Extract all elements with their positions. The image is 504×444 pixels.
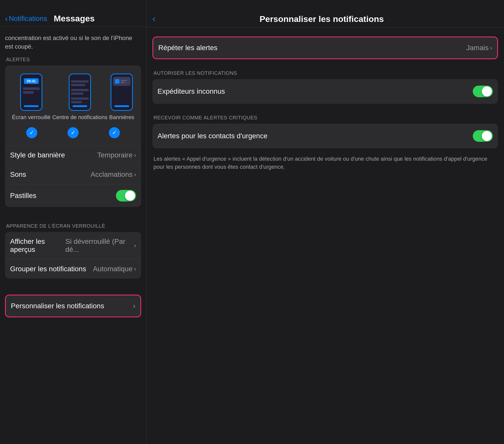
notif-bar bbox=[71, 97, 89, 100]
row-sons[interactable]: Sons Acclamations › bbox=[5, 165, 141, 184]
banner-text-line bbox=[121, 80, 127, 81]
chevron-right-icon: › bbox=[134, 242, 136, 249]
row-value-grouper: Automatique › bbox=[93, 265, 136, 273]
gap bbox=[5, 287, 141, 295]
chevron-right-icon: › bbox=[134, 152, 136, 159]
right-panel: ‹ Personnaliser les notifications Répéte… bbox=[146, 0, 504, 444]
autoriser-section-label: AUTORISER LES NOTIFICATIONS bbox=[152, 70, 498, 76]
alert-icons-row: 09:41 Écran verrouillé bbox=[5, 65, 141, 125]
check-banner[interactable]: ✓ bbox=[109, 127, 120, 138]
toggle-knob bbox=[482, 131, 492, 141]
check-center[interactable]: ✓ bbox=[68, 127, 79, 138]
row-value-afficher: Si déverrouillé (Par dé... › bbox=[65, 237, 136, 254]
row-label-grouper: Grouper les notifications bbox=[10, 265, 86, 273]
time-display: 09:41 bbox=[24, 78, 38, 84]
left-content: concentration est activé ou si le son de… bbox=[0, 27, 146, 444]
expediteurs-toggle[interactable] bbox=[473, 86, 493, 97]
alert-icon-center: Centre de notifications bbox=[52, 74, 107, 121]
alert-icon-label-banner: Bannières bbox=[109, 114, 134, 121]
phone-banner-icon bbox=[111, 74, 133, 111]
notif-bar bbox=[71, 92, 83, 95]
phone-center-icon bbox=[69, 74, 91, 111]
chevron-right-icon: › bbox=[133, 302, 135, 310]
chevron-right-icon: › bbox=[490, 44, 492, 51]
right-back-button[interactable]: ‹ bbox=[152, 14, 155, 24]
gap bbox=[152, 106, 498, 115]
row-label-sons: Sons bbox=[10, 170, 26, 179]
apparence-card: Afficher les aperçus Si déverrouillé (Pa… bbox=[5, 232, 141, 279]
back-label: Notifications bbox=[9, 15, 47, 23]
repeter-alertes-button[interactable]: Répéter les alertes Jamais › bbox=[152, 37, 498, 59]
row-grouper-notifs[interactable]: Grouper les notifications Automatique › bbox=[5, 259, 141, 279]
autoriser-card: Expéditeurs inconnus bbox=[152, 79, 498, 104]
alertes-toggle[interactable] bbox=[473, 130, 493, 142]
page-title: Messages bbox=[54, 14, 95, 23]
toggle-knob bbox=[125, 191, 135, 201]
row-afficher-apercus[interactable]: Afficher les aperçus Si déverrouillé (Pa… bbox=[5, 232, 141, 259]
row-value-sons: Acclamations › bbox=[90, 170, 136, 179]
right-back-chevron-icon: ‹ bbox=[152, 14, 155, 24]
alerts-section-label: ALERTES bbox=[5, 57, 141, 62]
phone-home-bar bbox=[73, 105, 87, 107]
row-label-afficher: Afficher les aperçus bbox=[10, 237, 65, 254]
top-note: concentration est activé ou si le son de… bbox=[5, 27, 141, 57]
alert-icon-label-center: Centre de notifications bbox=[52, 114, 107, 121]
check-locked[interactable]: ✓ bbox=[26, 127, 37, 138]
personnaliser-button[interactable]: Personnaliser les notifications › bbox=[5, 295, 141, 317]
notif-bar bbox=[71, 101, 82, 103]
notif-bar bbox=[23, 87, 40, 90]
back-button[interactable]: ‹ Notifications bbox=[5, 15, 47, 23]
gap bbox=[5, 215, 141, 223]
notif-bar bbox=[71, 84, 85, 86]
left-nav-bar: ‹ Notifications Messages bbox=[0, 0, 146, 27]
phone-home-bar bbox=[24, 105, 38, 107]
notif-bar bbox=[23, 91, 34, 94]
banner-text bbox=[121, 80, 129, 83]
repeter-label: Répéter les alertes bbox=[158, 44, 217, 52]
notif-bar bbox=[71, 80, 89, 83]
alert-icon-locked: 09:41 Écran verrouillé bbox=[12, 74, 51, 121]
chevron-right-icon: › bbox=[134, 171, 136, 178]
left-panel: ‹ Notifications Messages concentration e… bbox=[0, 0, 146, 444]
toggle-knob bbox=[482, 86, 492, 96]
repeter-row: Répéter les alertes Jamais › bbox=[153, 37, 497, 58]
row-label-pastilles: Pastilles bbox=[10, 192, 36, 200]
personnaliser-label: Personnaliser les notifications bbox=[11, 302, 104, 310]
gap bbox=[152, 61, 498, 70]
right-nav-bar: ‹ Personnaliser les notifications bbox=[146, 0, 504, 27]
alertes-urgence-label: Alertes pour les contacts d'urgence bbox=[158, 132, 267, 140]
recevoir-card: Alertes pour les contacts d'urgence bbox=[152, 124, 498, 148]
right-content: Répéter les alertes Jamais › AUTORISER L… bbox=[146, 27, 504, 444]
apparence-section-label: APPARENCE DE L'ÉCRAN VERROUILLÉ bbox=[5, 223, 141, 229]
pastilles-toggle[interactable] bbox=[116, 190, 136, 201]
right-page-title: Personnaliser les notifications bbox=[155, 14, 488, 24]
repeter-value: Jamais › bbox=[466, 44, 492, 52]
row-alertes-urgence: Alertes pour les contacts d'urgence bbox=[152, 124, 498, 148]
row-value-style: Temporaire › bbox=[97, 151, 136, 159]
row-style-banniere[interactable]: Style de bannière Temporaire › bbox=[5, 145, 141, 165]
recevoir-section-label: RECEVOIR COMME ALERTES CRITIQUES bbox=[152, 115, 498, 121]
banner-text-line bbox=[121, 82, 125, 83]
phone-locked-icon: 09:41 bbox=[20, 74, 42, 111]
urgence-description: Les alertes « Appel d'urgence » incluent… bbox=[152, 150, 498, 171]
alert-icon-banner: Bannières bbox=[109, 74, 134, 121]
alerts-card: 09:41 Écran verrouillé bbox=[5, 65, 141, 207]
notif-bar bbox=[71, 89, 89, 91]
chevron-right-icon: › bbox=[134, 265, 136, 272]
row-pastilles: Pastilles bbox=[5, 184, 141, 207]
expediteurs-label: Expéditeurs inconnus bbox=[158, 87, 225, 95]
personnaliser-row: Personnaliser les notifications › bbox=[6, 295, 140, 317]
banner-icon bbox=[115, 79, 119, 84]
checkmarks-row: ✓ ✓ ✓ bbox=[5, 125, 141, 145]
banner-bar bbox=[113, 77, 131, 86]
gap bbox=[152, 27, 498, 37]
row-label-style: Style de bannière bbox=[10, 151, 65, 159]
row-expediteurs: Expéditeurs inconnus bbox=[152, 79, 498, 104]
phone-home-bar bbox=[114, 105, 129, 107]
back-chevron-icon: ‹ bbox=[5, 15, 8, 23]
alert-icon-label-locked: Écran verrouillé bbox=[12, 114, 51, 121]
